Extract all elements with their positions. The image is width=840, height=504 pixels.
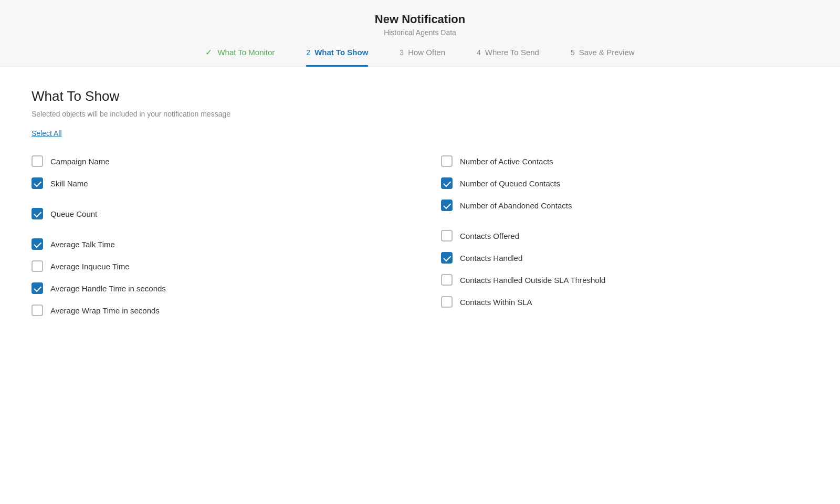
checkbox-avg-wrap-time-label: Average Wrap Time in seconds xyxy=(50,306,160,315)
checkbox-skill-name[interactable]: Skill Name xyxy=(32,172,399,194)
check-icon: ✓ xyxy=(205,47,212,57)
checkbox-avg-inqueue-time-label: Average Inqueue Time xyxy=(50,262,130,271)
checkbox-avg-inqueue-time-box[interactable] xyxy=(32,260,43,272)
step-save-preview[interactable]: 5 Save & Preview xyxy=(571,48,635,67)
checkbox-contacts-handled-box[interactable] xyxy=(441,252,453,264)
checkbox-contacts-offered-label: Contacts Offered xyxy=(460,232,519,240)
checkbox-abandoned-contacts-label: Number of Abandoned Contacts xyxy=(460,201,572,210)
page-wrapper: New Notification Historical Agents Data … xyxy=(0,0,840,504)
step-label-what-to-show: What To Show xyxy=(314,48,368,57)
step-label-what-to-monitor: What To Monitor xyxy=(217,48,275,57)
right-column: Number of Active Contacts Number of Queu… xyxy=(441,150,808,321)
step-what-to-monitor[interactable]: ✓ What To Monitor xyxy=(205,47,275,67)
checkbox-queued-contacts-label: Number of Queued Contacts xyxy=(460,179,560,188)
checkbox-active-contacts[interactable]: Number of Active Contacts xyxy=(441,150,808,172)
checkbox-skill-name-label: Skill Name xyxy=(50,179,88,188)
checkbox-queue-count-box[interactable] xyxy=(32,208,43,219)
page-title: New Notification xyxy=(0,13,840,26)
checkbox-contacts-within-sla[interactable]: Contacts Within SLA xyxy=(441,291,808,313)
checkbox-contacts-handled-label: Contacts Handled xyxy=(460,254,522,262)
checkbox-queue-count[interactable]: Queue Count xyxy=(32,203,399,225)
checkbox-contacts-handled-sla-label: Contacts Handled Outside SLA Threshold xyxy=(460,276,605,285)
spacer-1 xyxy=(32,194,399,203)
step-label-how-often: How Often xyxy=(408,48,445,57)
spacer-2 xyxy=(32,225,399,233)
spacer-3 xyxy=(441,216,808,225)
checkbox-campaign-name-label: Campaign Name xyxy=(50,157,110,166)
checkbox-grid: Campaign Name Skill Name Queue Count Ave… xyxy=(32,150,808,321)
checkbox-contacts-handled-sla-box[interactable] xyxy=(441,274,453,286)
checkbox-skill-name-box[interactable] xyxy=(32,177,43,189)
checkbox-contacts-within-sla-box[interactable] xyxy=(441,296,453,308)
section-title: What To Show xyxy=(32,88,808,104)
step-number-5: 5 xyxy=(571,48,575,57)
main-content: What To Show Selected objects will be in… xyxy=(0,67,840,342)
page-subtitle: Historical Agents Data xyxy=(0,28,840,37)
checkbox-queued-contacts-box[interactable] xyxy=(441,177,453,189)
step-where-to-send[interactable]: 4 Where To Send xyxy=(477,48,539,67)
step-number-4: 4 xyxy=(477,48,481,57)
checkbox-avg-handle-time[interactable]: Average Handle Time in seconds xyxy=(32,277,399,299)
checkbox-campaign-name-box[interactable] xyxy=(32,155,43,167)
step-how-often[interactable]: 3 How Often xyxy=(400,48,445,67)
checkbox-avg-wrap-time[interactable]: Average Wrap Time in seconds xyxy=(32,299,399,321)
checkbox-avg-talk-time[interactable]: Average Talk Time xyxy=(32,233,399,255)
steps-nav: ✓ What To Monitor 2 What To Show 3 How O… xyxy=(0,37,840,67)
checkbox-active-contacts-box[interactable] xyxy=(441,155,453,167)
checkbox-contacts-handled-sla[interactable]: Contacts Handled Outside SLA Threshold xyxy=(441,269,808,291)
checkbox-avg-talk-time-box[interactable] xyxy=(32,238,43,250)
step-number-3: 3 xyxy=(400,48,404,57)
checkbox-queued-contacts[interactable]: Number of Queued Contacts xyxy=(441,172,808,194)
section-desc: Selected objects will be included in you… xyxy=(32,110,808,118)
checkbox-abandoned-contacts-box[interactable] xyxy=(441,200,453,211)
checkbox-avg-talk-time-label: Average Talk Time xyxy=(50,240,115,249)
header: New Notification Historical Agents Data … xyxy=(0,0,840,67)
checkbox-queue-count-label: Queue Count xyxy=(50,209,97,218)
step-number-2: 2 xyxy=(306,48,310,57)
step-label-where-to-send: Where To Send xyxy=(485,48,539,57)
step-label-save-preview: Save & Preview xyxy=(579,48,635,57)
step-what-to-show[interactable]: 2 What To Show xyxy=(306,48,368,67)
checkbox-contacts-within-sla-label: Contacts Within SLA xyxy=(460,298,532,307)
checkbox-avg-handle-time-label: Average Handle Time in seconds xyxy=(50,284,166,293)
checkbox-contacts-offered[interactable]: Contacts Offered xyxy=(441,225,808,247)
left-column: Campaign Name Skill Name Queue Count Ave… xyxy=(32,150,399,321)
checkbox-contacts-handled[interactable]: Contacts Handled xyxy=(441,247,808,269)
checkbox-abandoned-contacts[interactable]: Number of Abandoned Contacts xyxy=(441,194,808,216)
checkbox-avg-inqueue-time[interactable]: Average Inqueue Time xyxy=(32,255,399,277)
checkbox-contacts-offered-box[interactable] xyxy=(441,230,453,242)
checkbox-avg-handle-time-box[interactable] xyxy=(32,282,43,294)
select-all-link[interactable]: Select All xyxy=(32,129,62,138)
checkbox-avg-wrap-time-box[interactable] xyxy=(32,304,43,316)
checkbox-campaign-name[interactable]: Campaign Name xyxy=(32,150,399,172)
checkbox-active-contacts-label: Number of Active Contacts xyxy=(460,157,553,166)
